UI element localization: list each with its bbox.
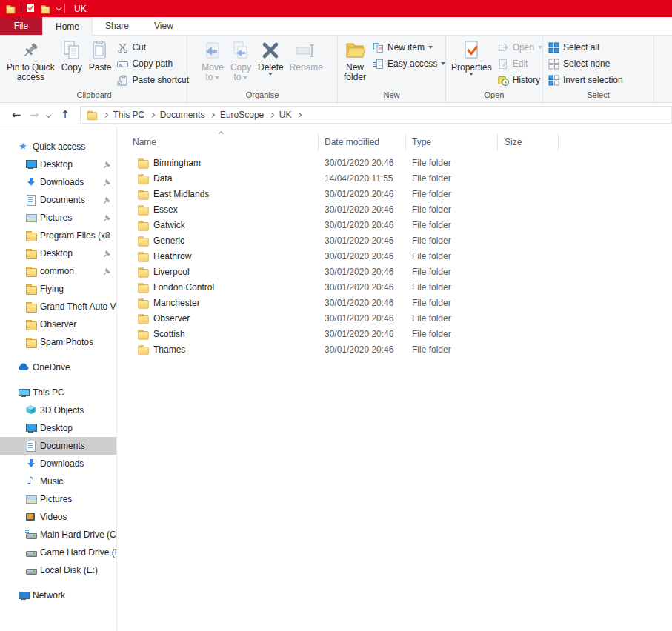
sidebar-item-downloads[interactable]: Downloads <box>0 173 116 191</box>
sidebar-item-observer[interactable]: Observer <box>0 316 116 333</box>
sidebar-item-game-hard-drive[interactable]: Game Hard Drive (D <box>0 544 116 561</box>
column-header-date-modified[interactable]: Date modified <box>319 133 406 151</box>
breadcrumb-folder-icon <box>87 110 97 120</box>
recent-locations-chevron-icon[interactable] <box>43 113 53 117</box>
paste-button[interactable]: Paste <box>86 37 115 90</box>
window-title: UK <box>74 4 87 14</box>
sidebar-item-quick-access[interactable]: Quick access <box>0 138 116 156</box>
sidebar-item-desktop[interactable]: Desktop <box>0 156 116 173</box>
tab-view[interactable]: View <box>142 17 186 35</box>
copy-path-button[interactable]: w...Copy path <box>114 56 192 72</box>
file-row[interactable]: Heathrow30/01/2020 20:46File folder <box>117 248 672 264</box>
qat-customize-chevron-icon[interactable] <box>56 4 61 10</box>
history-button[interactable]: History <box>495 72 545 88</box>
file-rows: Birmingham30/01/2020 20:46File folder Da… <box>117 155 672 357</box>
properties-button[interactable]: Properties <box>448 37 495 90</box>
new-item-button[interactable]: New item <box>370 39 448 56</box>
file-row[interactable]: Gatwick30/01/2020 20:46File folder <box>117 217 672 233</box>
back-button[interactable]: ← <box>7 106 25 124</box>
select-none-button[interactable]: Select none <box>545 56 626 72</box>
breadcrumb-item[interactable]: Documents <box>160 110 205 120</box>
forward-button[interactable]: → <box>25 106 43 124</box>
tab-share[interactable]: Share <box>93 17 142 35</box>
select-all-button[interactable]: Select all <box>545 39 626 56</box>
sidebar-item-videos[interactable]: Videos <box>0 508 116 526</box>
rename-icon <box>295 38 317 63</box>
sidebar-item-downloads-pc[interactable]: Downloads <box>0 455 116 473</box>
sidebar-item-main-hard-drive[interactable]: Main Hard Drive (C: <box>0 526 116 544</box>
paste-shortcut-button[interactable]: Paste shortcut <box>114 72 192 88</box>
file-row[interactable]: Scottish30/01/2020 20:46File folder <box>117 326 672 341</box>
sidebar-item-flying[interactable]: Flying <box>0 280 116 298</box>
move-to-button[interactable]: Move to <box>199 37 227 90</box>
new-folder-button[interactable]: New folder <box>340 37 370 90</box>
copy-button[interactable]: Copy <box>58 37 86 90</box>
qat-folder-icon[interactable] <box>6 4 16 13</box>
sidebar-item-spam-photos[interactable]: Spam Photos <box>0 333 116 351</box>
breadcrumb-item[interactable]: UK <box>279 110 292 120</box>
sidebar-item-documents-pc[interactable]: Documents <box>0 437 116 455</box>
network-icon <box>18 590 30 601</box>
delete-button[interactable]: Delete <box>255 37 287 90</box>
breadcrumb[interactable]: This PC Documents EuroScope UK <box>80 106 672 124</box>
file-row[interactable]: Essex30/01/2020 20:46File folder <box>117 201 672 217</box>
sidebar-item-pictures-pc[interactable]: Pictures <box>0 490 116 508</box>
sort-ascending-icon[interactable] <box>219 127 223 138</box>
ribbon-group-select: Select all Select none Invert selection … <box>543 36 654 102</box>
file-row[interactable]: East Midlands30/01/2020 20:46File folder <box>117 186 672 201</box>
sidebar-item-gta-v[interactable]: Grand Theft Auto V <box>0 298 116 316</box>
sidebar-item-network[interactable]: Network <box>0 587 116 604</box>
tab-home[interactable]: Home <box>42 17 93 35</box>
delete-icon <box>259 38 282 63</box>
sidebar-item-this-pc[interactable]: This PC <box>0 384 116 401</box>
open-button[interactable]: Open <box>495 39 545 56</box>
qat-new-folder-icon[interactable] <box>41 4 50 13</box>
file-row[interactable]: Thames30/01/2020 20:46File folder <box>117 341 672 357</box>
sidebar-item-program-files[interactable]: Program Files (x8 <box>0 227 116 244</box>
file-type: File folder <box>406 173 498 184</box>
file-type: File folder <box>406 313 498 324</box>
file-row[interactable]: Observer30/01/2020 20:46File folder <box>117 310 672 326</box>
qat-separator <box>64 4 65 13</box>
desktop-icon <box>25 422 37 434</box>
file-type: File folder <box>406 267 498 277</box>
sidebar-item-desktop-pc[interactable]: Desktop <box>0 419 116 437</box>
tab-file[interactable]: File <box>0 17 42 35</box>
sidebar-item-3d-objects[interactable]: 3D Objects <box>0 401 116 419</box>
file-date: 30/01/2020 20:46 <box>319 313 406 324</box>
sidebar-item-pictures[interactable]: Pictures <box>0 209 116 227</box>
column-header-name[interactable]: Name <box>117 133 319 151</box>
file-type: File folder <box>406 204 498 215</box>
column-header-size[interactable]: Size <box>498 133 559 151</box>
easy-access-button[interactable]: Easy access <box>370 56 448 72</box>
breadcrumb-item[interactable]: EuroScope <box>220 110 264 120</box>
qat-properties-icon[interactable] <box>26 3 35 15</box>
file-row[interactable]: Liverpool30/01/2020 20:46File folder <box>117 264 672 279</box>
cut-button[interactable]: Cut <box>114 39 192 56</box>
file-type: File folder <box>406 251 498 261</box>
sidebar-item-desktop-folder[interactable]: Desktop <box>0 244 116 262</box>
file-row[interactable]: Generic30/01/2020 20:46File folder <box>117 233 672 248</box>
breadcrumb-item[interactable]: This PC <box>113 110 145 120</box>
pin-to-quick-access-button[interactable]: Pin to Quick access <box>4 37 58 90</box>
copy-to-button[interactable]: Copy to <box>227 37 255 90</box>
rename-button[interactable]: Rename <box>287 37 326 90</box>
sidebar-item-music[interactable]: Music <box>0 473 116 490</box>
sidebar-item-documents[interactable]: Documents <box>0 191 116 209</box>
sidebar-item-onedrive[interactable]: OneDrive <box>0 358 116 376</box>
file-row[interactable]: London Control30/01/2020 20:46File folde… <box>117 279 672 295</box>
file-row[interactable]: Birmingham30/01/2020 20:46File folder <box>117 155 672 170</box>
file-row[interactable]: Manchester30/01/2020 20:46File folder <box>117 295 672 310</box>
sidebar-item-local-disk-e[interactable]: Local Disk (E:) <box>0 561 116 579</box>
ribbon-group-clipboard: Pin to Quick access Copy Paste Cut w...C… <box>1 36 187 102</box>
invert-selection-button[interactable]: Invert selection <box>545 72 626 88</box>
folder-icon <box>25 336 37 348</box>
file-name: Observer <box>153 313 190 324</box>
file-row[interactable]: Data14/04/2020 11:55File folder <box>117 170 672 186</box>
edit-button[interactable]: Edit <box>495 56 545 72</box>
up-button[interactable]: ↑ <box>56 106 74 124</box>
ribbon-group-organise: Move to Copy to Delete Rename <box>187 36 338 102</box>
sidebar-item-common[interactable]: common <box>0 262 116 280</box>
column-header-type[interactable]: Type <box>406 133 498 151</box>
folder-icon <box>137 266 148 277</box>
